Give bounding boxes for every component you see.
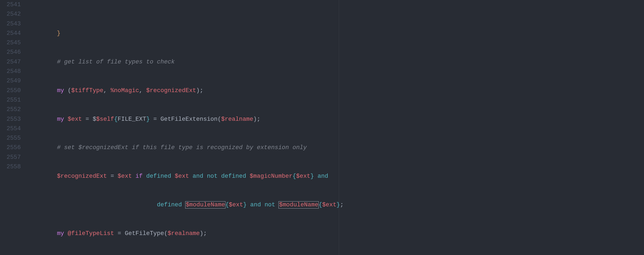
- line-number: 2542: [0, 9, 21, 19]
- comment: # get list of file types to check: [57, 59, 175, 65]
- code-line[interactable]: my $ext = $$self{FILE_EXT} = GetFileExte…: [28, 115, 344, 124]
- line-number: 2552: [0, 105, 21, 114]
- line-number: 2555: [0, 133, 21, 143]
- line-number: 2551: [0, 95, 21, 105]
- code-line[interactable]: my @fileTypeList = GetFileType($realname…: [28, 229, 344, 238]
- code-line[interactable]: }: [28, 29, 344, 38]
- line-number: 2549: [0, 76, 21, 86]
- code-line[interactable]: my ($tiffType, %noMagic, $recognizedExt)…: [28, 86, 344, 95]
- line-number: 2548: [0, 67, 21, 76]
- code-content[interactable]: } # get list of file types to check my (…: [28, 0, 344, 255]
- code-line[interactable]: defined $moduleName{$ext} and not $modul…: [28, 200, 344, 210]
- code-line[interactable]: # set $recognizedExt if this file type i…: [28, 143, 344, 152]
- column-ruler: [339, 0, 339, 255]
- line-number: 2557: [0, 153, 21, 162]
- search-highlight: $moduleName: [185, 201, 225, 209]
- line-number: 2545: [0, 38, 21, 48]
- line-number: 2541: [0, 0, 21, 9]
- line-number: 2547: [0, 57, 21, 67]
- line-number: 2558: [0, 162, 21, 172]
- code-line[interactable]: # get list of file types to check: [28, 57, 344, 67]
- line-number: 2556: [0, 143, 21, 152]
- line-number: 2553: [0, 115, 21, 124]
- line-number-gutter: 2541 2542 2543 2544 2545 2546 2547 2548 …: [0, 0, 28, 255]
- line-number: 2550: [0, 86, 21, 95]
- code-line[interactable]: $recognizedExt = $ext if defined $ext an…: [28, 172, 344, 181]
- search-highlight: $moduleName: [278, 201, 319, 209]
- line-number: 2546: [0, 48, 21, 57]
- comment: # set $recognizedExt if this file type i…: [57, 144, 307, 151]
- line-number: 2543: [0, 19, 21, 29]
- line-number: 2554: [0, 124, 21, 133]
- code-editor[interactable]: 2541 2542 2543 2544 2545 2546 2547 2548 …: [0, 0, 644, 255]
- line-number: 2544: [0, 29, 21, 38]
